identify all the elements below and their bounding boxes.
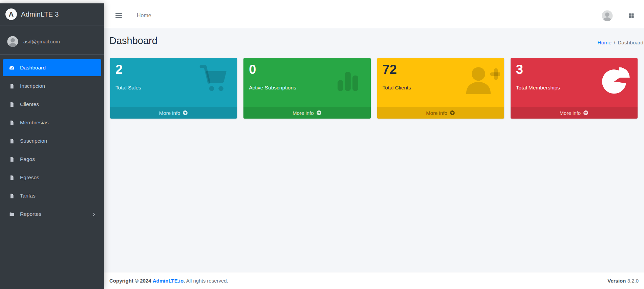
app-window: A AdminLTE 3 asd@gmail.com [0,0,644,289]
grid-icon [628,13,635,19]
sidebar-item-label: Inscripcion [20,83,45,89]
sidebar-item-tarifas[interactable]: Tarifas [3,187,101,204]
file-icon [7,138,16,144]
user-email-link[interactable]: asd@gmail.com [23,39,60,44]
arrow-circle-right-icon [316,110,322,116]
sidebar-item-label: Reportes [20,211,41,217]
file-icon [7,102,16,107]
content-header: Dashboard Home/Dashboard [104,28,644,48]
sidebar-item-label: Clientes [20,101,39,107]
file-icon [7,157,16,162]
sidebar-item-dashboard[interactable]: Dashboard [3,59,101,76]
brand-title: AdminLTE 3 [21,11,59,18]
page-title: Dashboard [109,34,157,48]
sidebar-item-label: Suscripcion [20,138,47,144]
sidebar-item-clientes[interactable]: Clientes [3,96,101,113]
info-box-active-subscriptions: 0 Active Subscriptions More info [243,58,370,119]
copyright-link[interactable]: AdminLTE.io [153,278,184,284]
arrow-circle-right-icon [583,110,588,116]
sidebar: A AdminLTE 3 asd@gmail.com [0,3,104,289]
more-info-link[interactable]: More info [110,107,237,119]
brand-link[interactable]: A AdminLTE 3 [0,3,104,25]
more-info-link[interactable]: More info [243,107,370,119]
navbar-right [601,10,635,22]
sidebar-item-reportes[interactable]: Reportes [3,206,101,223]
sidebar-nav: Dashboard Inscripcion Clientes Membresia… [0,55,104,227]
sidebar-item-membresias[interactable]: Membresias [3,114,101,131]
sidebar-item-egresos[interactable]: Egresos [3,169,101,186]
main-footer: Copyright © 2024 AdminLTE.io. All rights… [104,272,644,289]
folder-icon [7,211,16,217]
info-box-total-clients: 72 Total Clients More info [377,58,504,119]
footer-copyright: Copyright © 2024 AdminLTE.io. All rights… [109,278,228,284]
copyright-text: Copyright © 2024 [109,278,151,284]
tachometer-icon [7,65,16,71]
breadcrumb-home-link[interactable]: Home [598,40,611,45]
nav-home-link[interactable]: Home [137,13,151,19]
user-avatar-icon [7,36,19,47]
version-value: 3.2.0 [627,278,639,284]
sidebar-item-label: Pagos [20,156,35,162]
breadcrumb-current: Dashboard [618,40,643,45]
chevron-right-icon [91,212,96,217]
info-box-value: 3 [516,62,632,78]
info-box-label: Active Subscriptions [249,85,365,91]
info-box-total-sales: 2 Total Sales More info [110,58,237,119]
user-panel: asd@gmail.com [0,25,104,55]
more-info-link[interactable]: More info [377,107,504,119]
file-icon [7,120,16,126]
sidebar-item-suscripcion[interactable]: Suscripcion [3,132,101,149]
sidebar-item-inscripcion[interactable]: Inscripcion [3,78,101,95]
sidebar-item-pagos[interactable]: Pagos [3,151,101,168]
adminlte-logo-icon: A [5,8,17,20]
arrow-circle-right-icon [450,110,455,116]
menu-toggle-button[interactable] [114,10,123,21]
info-box-value: 2 [115,62,232,78]
bars-icon [115,13,122,14]
top-navbar: Home [104,3,644,28]
sidebar-item-label: Tarifas [20,193,36,199]
file-icon [7,83,16,89]
info-box-label: Total Memberships [516,85,632,91]
breadcrumb-separator: / [611,40,618,45]
control-sidebar-toggle-button[interactable] [628,13,635,19]
navbar-user-avatar-icon[interactable] [601,10,613,22]
version-label: Version [607,278,626,284]
content-wrapper: Dashboard Home/Dashboard 2 Total Sales [104,28,644,289]
sidebar-item-label: Egresos [20,174,39,181]
content-empty-area [104,119,644,272]
info-box-value: 0 [249,62,365,78]
info-box-label: Total Clients [383,85,499,91]
info-box-label: Total Sales [115,85,232,91]
rights-text: All rights reserved. [186,278,228,284]
sidebar-item-label: Membresias [20,120,48,126]
info-box-value: 72 [383,62,499,78]
arrow-circle-right-icon [183,110,188,116]
file-icon [7,175,16,181]
breadcrumb: Home/Dashboard [598,40,644,48]
sidebar-item-label: Dashboard [20,65,46,71]
file-icon [7,193,16,199]
footer-version: Version 3.2.0 [607,278,639,284]
info-box-total-memberships: 3 Total Memberships More info [511,58,638,119]
more-info-link[interactable]: More info [511,107,638,119]
info-box-row: 2 Total Sales More info [104,48,644,119]
